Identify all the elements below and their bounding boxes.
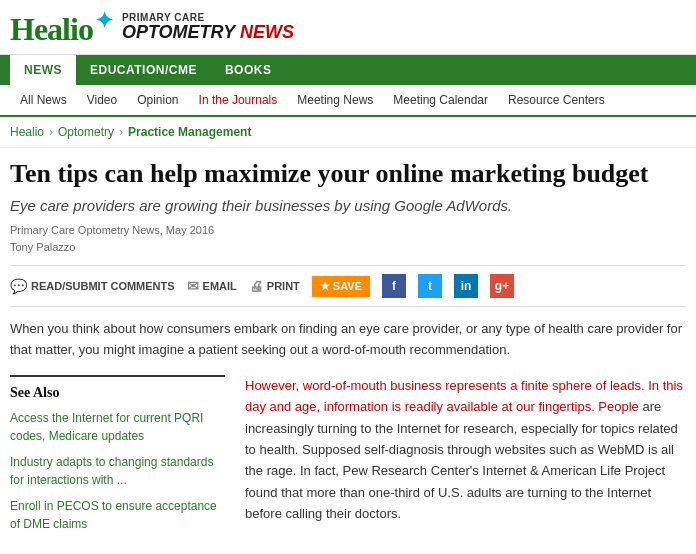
main-nav: NEWS EDUCATION/CME BOOKS bbox=[0, 55, 696, 85]
email-action[interactable]: ✉ EMAIL bbox=[187, 278, 237, 294]
subnav-all-news[interactable]: All News bbox=[10, 85, 77, 115]
nav-item-news[interactable]: NEWS bbox=[10, 55, 76, 85]
facebook-button[interactable]: f bbox=[382, 274, 406, 298]
subnav-opinion[interactable]: Opinion bbox=[127, 85, 188, 115]
article-subtitle: Eye care providers are growing their bus… bbox=[10, 197, 686, 214]
logo-star-icon: ✦ bbox=[95, 8, 112, 33]
logo-healio[interactable]: Healio✦ bbox=[10, 8, 112, 48]
see-also-item-2[interactable]: Industry adapts to changing standards fo… bbox=[10, 453, 225, 489]
breadcrumb: Healio › Optometry › Practice Management bbox=[0, 117, 696, 148]
googleplus-button[interactable]: g+ bbox=[490, 274, 514, 298]
twitter-button[interactable]: t bbox=[418, 274, 442, 298]
logo-text: Healio bbox=[10, 11, 93, 47]
breadcrumb-optometry[interactable]: Optometry bbox=[58, 125, 114, 139]
comments-action[interactable]: 💬 READ/SUBMIT COMMENTS bbox=[10, 278, 175, 294]
print-icon: 🖨 bbox=[249, 278, 263, 294]
logo-publication: PRIMARY CARE OPTOMETRY NEWS bbox=[122, 12, 294, 43]
star-icon: ★ bbox=[320, 280, 330, 293]
logo-pub-bottom: OPTOMETRY NEWS bbox=[122, 23, 294, 43]
breadcrumb-healio[interactable]: Healio bbox=[10, 125, 44, 139]
linkedin-button[interactable]: in bbox=[454, 274, 478, 298]
article-body-highlight: However, word-of-mouth business represen… bbox=[245, 378, 683, 414]
sub-nav: All News Video Opinion In the Journals M… bbox=[0, 85, 696, 117]
see-also-sidebar: See Also Access the Internet for current… bbox=[10, 375, 225, 541]
subnav-meeting-news[interactable]: Meeting News bbox=[287, 85, 383, 115]
breadcrumb-sep-2: › bbox=[119, 125, 123, 139]
article-body-rest: are increasingly turning to the Internet… bbox=[245, 399, 678, 521]
two-col-layout: See Also Access the Internet for current… bbox=[10, 375, 686, 541]
breadcrumb-sep-1: › bbox=[49, 125, 53, 139]
comment-icon: 💬 bbox=[10, 278, 27, 294]
save-button[interactable]: ★ SAVE bbox=[312, 276, 370, 297]
print-label: PRINT bbox=[267, 280, 300, 292]
see-also-title: See Also bbox=[10, 385, 225, 401]
article-intro: When you think about how consumers embar… bbox=[10, 319, 686, 361]
breadcrumb-practice-management[interactable]: Practice Management bbox=[128, 125, 251, 139]
article-body-main: However, word-of-mouth business represen… bbox=[245, 375, 686, 541]
print-action[interactable]: 🖨 PRINT bbox=[249, 278, 300, 294]
article-container: Ten tips can help maximize your online m… bbox=[0, 148, 696, 551]
article-title: Ten tips can help maximize your online m… bbox=[10, 158, 686, 189]
email-icon: ✉ bbox=[187, 278, 199, 294]
nav-item-books[interactable]: BOOKS bbox=[211, 55, 286, 85]
subnav-video[interactable]: Video bbox=[77, 85, 127, 115]
save-label: SAVE bbox=[333, 280, 362, 292]
article-meta-author: Tony Palazzo bbox=[10, 239, 686, 257]
comments-label: READ/SUBMIT COMMENTS bbox=[31, 280, 175, 292]
see-also-item-1[interactable]: Access the Internet for current PQRI cod… bbox=[10, 409, 225, 445]
subnav-in-the-journals[interactable]: In the Journals bbox=[189, 85, 288, 115]
article-meta: Primary Care Optometry News, May 2016 To… bbox=[10, 222, 686, 257]
see-also-item-3[interactable]: Enroll in PECOS to ensure acceptance of … bbox=[10, 497, 225, 533]
action-bar: 💬 READ/SUBMIT COMMENTS ✉ EMAIL 🖨 PRINT ★… bbox=[10, 265, 686, 307]
email-label: EMAIL bbox=[203, 280, 237, 292]
article-meta-pub: Primary Care Optometry News, May 2016 bbox=[10, 222, 686, 240]
subnav-resource-centers[interactable]: Resource Centers bbox=[498, 85, 615, 115]
nav-item-education[interactable]: EDUCATION/CME bbox=[76, 55, 211, 85]
subnav-meeting-calendar[interactable]: Meeting Calendar bbox=[383, 85, 498, 115]
site-header: Healio✦ PRIMARY CARE OPTOMETRY NEWS bbox=[0, 0, 696, 55]
